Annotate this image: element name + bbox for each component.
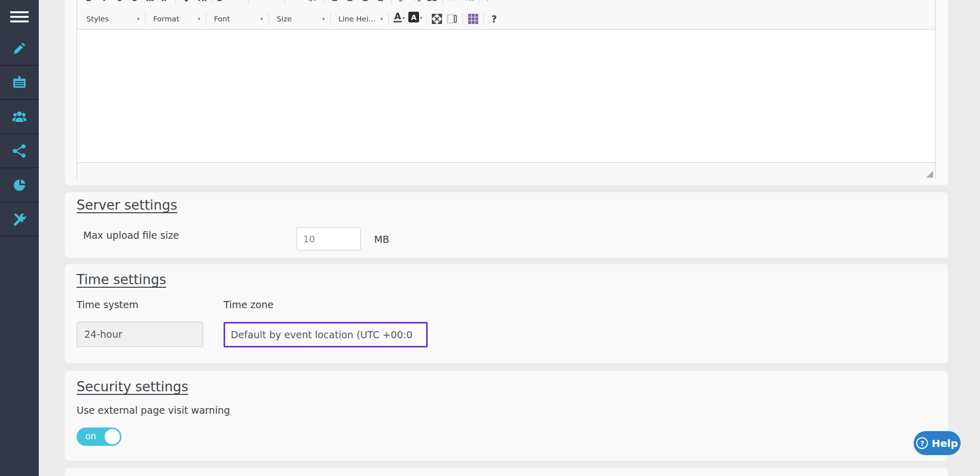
text-direction-ltr-button[interactable]: ¶›: [394, 0, 409, 6]
pencil-icon: [11, 40, 28, 57]
toolbar-separator: [145, 13, 145, 25]
sidebar-item-people[interactable]: [0, 100, 39, 134]
time-zone-select[interactable]: Default by event location (UTC +00:0: [224, 322, 428, 347]
time-zone-label: Time zone: [224, 299, 274, 310]
max-upload-label: Max upload file size: [83, 230, 179, 241]
server-settings-card: Server settings Max upload file size MB: [65, 192, 948, 258]
help-button[interactable]: ? Help: [914, 431, 961, 455]
resize-grip-icon[interactable]: [926, 171, 933, 178]
sidebar-item-badge[interactable]: [0, 66, 39, 100]
time-system-label: Time system: [77, 299, 138, 310]
chevron-down-icon: ▾: [260, 16, 263, 21]
editor-footer: [77, 162, 935, 179]
chevron-down-icon: ▾: [137, 16, 139, 21]
editor-card: BIUSx₂x²◆Tx1=•=⇤⇥❝</>≡≡≡≡¶›‹¶bb∞∞x⚑ Styl…: [65, 0, 948, 185]
sidebar-item-settings[interactable]: [0, 203, 39, 237]
align-justify-button[interactable]: ≡: [373, 0, 388, 6]
share-nodes-icon: [11, 143, 28, 159]
question-circle-icon: ?: [916, 437, 928, 449]
align-center-button[interactable]: ≡: [342, 0, 358, 6]
background-color-button[interactable]: A ▾: [407, 12, 424, 26]
toolbar-separator: [330, 13, 331, 25]
anchor-flag-button[interactable]: ⚑: [482, 0, 497, 6]
background-color-icon: A: [408, 12, 419, 22]
format-dropdown[interactable]: Format▾: [148, 11, 203, 27]
chevron-down-icon: ▾: [420, 16, 422, 20]
help-button-label: Help: [932, 437, 958, 449]
editor-toolbar: BIUSx₂x²◆Tx1=•=⇤⇥❝</>≡≡≡≡¶›‹¶bb∞∞x⚑ Styl…: [77, 0, 935, 30]
toolbar-separator: [206, 13, 206, 25]
sidebar-item-share[interactable]: [0, 134, 39, 168]
format-dropdown-label: Format: [153, 15, 179, 23]
text-color-icon: A: [394, 12, 401, 22]
toolbar-separator: [391, 0, 391, 5]
sidebar-item-stats[interactable]: [0, 168, 39, 203]
remove-format-button[interactable]: Tx: [194, 0, 209, 6]
size-dropdown-label: Size: [277, 15, 292, 23]
max-upload-unit: MB: [374, 234, 389, 245]
table-button[interactable]: [465, 12, 481, 26]
toggle-state-label: on: [85, 431, 96, 441]
maximize-icon: [432, 14, 442, 24]
bulleted-list-button[interactable]: •=: [230, 0, 246, 6]
server-settings-title: Server settings: [77, 197, 177, 213]
editor-content-area[interactable]: [77, 30, 935, 162]
font-dropdown[interactable]: Font▾: [209, 11, 266, 27]
text-color-button[interactable]: A ▾: [391, 12, 407, 26]
toggle-knob: [105, 429, 120, 444]
bold-button[interactable]: B: [81, 0, 96, 6]
max-upload-input[interactable]: [297, 227, 361, 250]
chevron-down-icon: ▾: [381, 16, 383, 21]
about-editor-button[interactable]: ?: [486, 12, 502, 26]
align-left-button[interactable]: ≡: [327, 0, 342, 6]
link-button[interactable]: ∞: [446, 0, 461, 6]
copy-formatting-button[interactable]: ◆: [179, 0, 194, 6]
people-group-icon: [11, 109, 28, 125]
subscript-button[interactable]: x₂: [142, 0, 158, 6]
numbered-list-button[interactable]: 1=: [215, 0, 230, 6]
text-direction-rtl-button[interactable]: ‹¶: [409, 0, 425, 6]
blockquote-button[interactable]: ❝: [287, 0, 303, 6]
show-blocks-button[interactable]: [445, 12, 460, 26]
strikethrough-button[interactable]: S: [127, 0, 142, 6]
code-snippet-button[interactable]: </>: [303, 0, 322, 6]
security-settings-title: Security settings: [77, 379, 188, 394]
rich-text-editor: BIUSx₂x²◆Tx1=•=⇤⇥❝</>≡≡≡≡¶›‹¶bb∞∞x⚑ Styl…: [77, 0, 936, 179]
toolbar-separator: [268, 13, 269, 25]
toolbar-separator: [483, 13, 484, 25]
line-height-dropdown-label: Line Hei...: [338, 15, 376, 23]
chevron-down-icon: ▾: [322, 16, 325, 21]
chevron-down-icon: ▾: [198, 16, 200, 21]
toolbar-separator: [443, 0, 443, 5]
next-section-card: [65, 468, 948, 476]
line-height-dropdown[interactable]: Line Hei...▾: [333, 11, 386, 27]
maximize-button[interactable]: [429, 12, 445, 26]
hamburger-menu-icon[interactable]: [10, 11, 29, 22]
toolbar-separator: [479, 0, 479, 5]
time-system-field[interactable]: 24-hour: [77, 321, 203, 347]
time-settings-title: Time settings: [77, 272, 166, 287]
tools-icon: [11, 211, 28, 228]
underline-button[interactable]: U: [112, 0, 127, 6]
external-warning-toggle[interactable]: on: [77, 428, 121, 446]
increase-indent-button[interactable]: ⇥: [266, 0, 282, 6]
bidi-override-button[interactable]: bb: [425, 0, 440, 6]
toolbar-separator: [462, 13, 463, 25]
size-dropdown[interactable]: Size▾: [272, 11, 328, 27]
italic-button[interactable]: I: [96, 0, 112, 6]
badge-card-icon: [11, 74, 28, 91]
styles-dropdown[interactable]: Styles▾: [81, 11, 142, 27]
unlink-button[interactable]: ∞x: [461, 0, 476, 6]
external-warning-label: Use external page visit warning: [77, 405, 230, 416]
toolbar-separator: [324, 0, 325, 5]
toolbar-separator: [212, 0, 212, 5]
align-right-button[interactable]: ≡: [358, 0, 373, 6]
sidebar: [0, 0, 39, 476]
decrease-indent-button[interactable]: ⇤: [251, 0, 266, 6]
pie-chart-icon: [11, 177, 28, 193]
table-grid-icon: [468, 14, 478, 24]
superscript-button[interactable]: x²: [158, 0, 173, 6]
toolbar-separator: [426, 13, 427, 25]
sidebar-item-edit[interactable]: [0, 32, 39, 66]
toolbar-separator: [176, 0, 176, 5]
